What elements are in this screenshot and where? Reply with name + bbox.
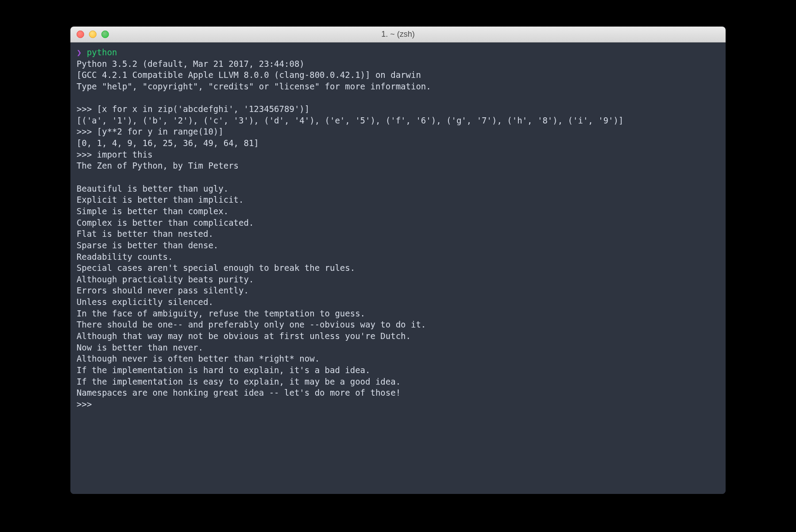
prompt-arrow-icon: ❯ xyxy=(77,47,81,57)
prompt-command: python xyxy=(87,47,117,57)
minimize-icon[interactable] xyxy=(89,31,97,38)
window-title: 1. ~ (zsh) xyxy=(70,30,726,39)
terminal-window: 1. ~ (zsh) ❯ python Python 3.5.2 (defaul… xyxy=(70,27,726,494)
terminal-body[interactable]: ❯ python Python 3.5.2 (default, Mar 21 2… xyxy=(70,42,726,494)
terminal-output: Python 3.5.2 (default, Mar 21 2017, 23:4… xyxy=(77,59,623,409)
maximize-icon[interactable] xyxy=(101,31,109,38)
traffic-lights xyxy=(77,31,109,38)
close-icon[interactable] xyxy=(77,31,84,38)
title-bar: 1. ~ (zsh) xyxy=(70,27,726,42)
